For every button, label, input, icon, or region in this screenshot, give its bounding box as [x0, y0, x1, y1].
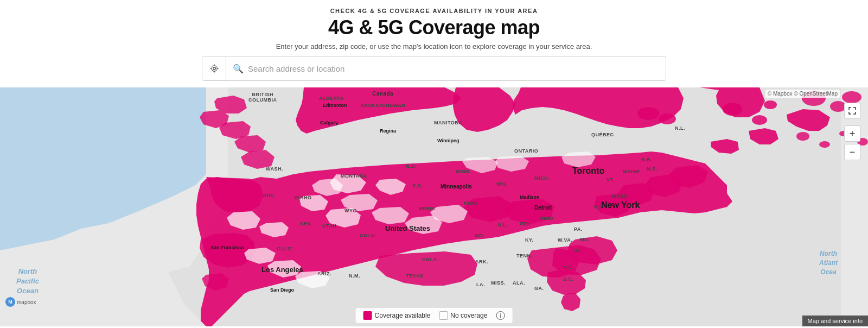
- no-coverage-swatch: [439, 311, 448, 320]
- zoom-out-button[interactable]: −: [844, 144, 860, 160]
- page-description: Enter your address, zip code, or use the…: [0, 42, 868, 51]
- svg-point-10: [842, 91, 861, 103]
- legend-info-button[interactable]: i: [496, 311, 505, 320]
- search-icon: 🔍: [233, 64, 244, 74]
- coverage-map-svg: [0, 87, 868, 326]
- ocean-label-atlantic: NorthAtlantOcea: [819, 249, 838, 276]
- ocean-label-pacific: NorthPacificOcean: [16, 267, 39, 297]
- search-bar: 🔍: [202, 56, 666, 81]
- map-legend: Coverage available No coverage i: [356, 308, 513, 323]
- svg-point-11: [796, 132, 809, 141]
- svg-point-6: [637, 107, 659, 120]
- attribution-mapbox: © Mapbox: [768, 91, 793, 97]
- search-input[interactable]: [248, 56, 659, 80]
- map-controls: + −: [844, 103, 860, 160]
- legend-no-coverage: No coverage: [439, 311, 487, 320]
- svg-point-3: [723, 103, 742, 116]
- page-subtitle: Check 4G & 5G Coverage Availability in Y…: [0, 8, 868, 14]
- mapbox-logo: M mapbox: [5, 297, 36, 307]
- svg-point-5: [764, 100, 777, 109]
- svg-point-4: [752, 115, 767, 125]
- location-icon: [209, 64, 219, 73]
- svg-point-1: [211, 66, 217, 72]
- location-button[interactable]: [202, 56, 226, 80]
- zoom-in-button[interactable]: +: [844, 125, 860, 142]
- fullscreen-button[interactable]: [844, 103, 860, 119]
- coverage-swatch: [363, 311, 372, 320]
- map-container[interactable]: Toronto New York United States Los Angel…: [0, 87, 868, 326]
- attribution-osm: © OpenStreetMap: [794, 91, 838, 97]
- mapbox-logo-icon: M: [5, 297, 15, 307]
- map-service-info-button[interactable]: Map and service info: [802, 316, 869, 326]
- svg-point-7: [659, 113, 676, 124]
- legend-coverage: Coverage available: [363, 311, 431, 320]
- map-attribution: © Mapbox © OpenStreetMap: [765, 90, 840, 98]
- no-coverage-label: No coverage: [450, 312, 487, 319]
- search-input-wrapper: 🔍: [226, 56, 666, 80]
- svg-point-12: [819, 141, 830, 148]
- mapbox-logo-text: mapbox: [17, 299, 36, 305]
- svg-point-0: [213, 67, 215, 70]
- page-header: Check 4G & 5G Coverage Availability in Y…: [0, 0, 868, 87]
- page-title: 4G & 5G Coverage map: [0, 16, 868, 39]
- coverage-label: Coverage available: [375, 312, 431, 319]
